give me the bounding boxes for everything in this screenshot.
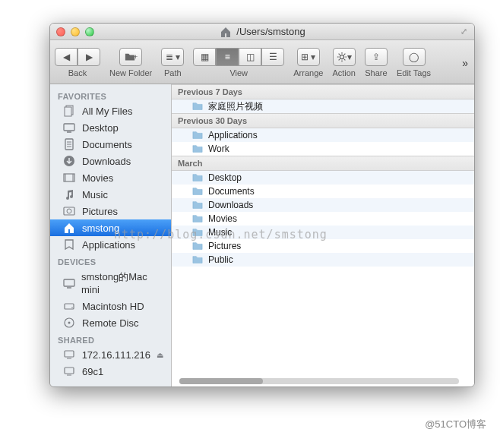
folder-icon [191, 144, 204, 154]
sidebar-item-69c1[interactable]: 69c1 [50, 363, 171, 380]
sidebar-item-smstong[interactable]: smstong [50, 219, 171, 236]
sidebar-item-label: Desktop [82, 122, 119, 134]
close-button[interactable] [56, 27, 65, 36]
sidebar-item-remote-disc[interactable]: Remote Disc [50, 314, 171, 331]
sidebar-item-movies[interactable]: Movies [50, 169, 171, 186]
toolbar-overflow-icon[interactable]: » [462, 57, 470, 69]
share-button[interactable]: ⇪ [365, 48, 388, 66]
sidebar-item-label: Macintosh HD [82, 301, 144, 312]
sidebar-section-header: SHARED [50, 331, 171, 346]
folder-icon [191, 227, 204, 238]
share-label: Share [365, 68, 387, 77]
file-row[interactable]: Movies [172, 212, 474, 226]
arrange-label: Arrange [293, 68, 323, 77]
group-header: Previous 30 Days [172, 113, 474, 128]
eject-icon[interactable]: ⏏ [157, 351, 163, 359]
file-name: Public [208, 254, 233, 265]
sidebar-item-smstong-mac-mini[interactable]: smstong的Mac mini [50, 268, 171, 298]
file-list: Previous 7 Days家庭照片视频Previous 30 DaysApp… [172, 84, 474, 386]
sidebar-item-macintosh-hd[interactable]: Macintosh HD [50, 298, 171, 314]
horizontal-scrollbar[interactable] [179, 378, 459, 384]
folder-icon [191, 130, 204, 140]
edit-tags-button[interactable]: ◯ [403, 48, 426, 66]
folder-icon [191, 213, 204, 224]
file-row[interactable]: Public [172, 253, 474, 267]
titlebar[interactable]: /Users/smstong ⤢ [50, 24, 474, 40]
pictures-icon [62, 205, 76, 217]
folder-icon [191, 241, 204, 251]
sidebar-item-downloads[interactable]: Downloads [50, 153, 171, 169]
action-label: Action [332, 68, 356, 77]
arrange-button[interactable]: ⊞ ▾ [297, 48, 320, 66]
window-title: /Users/smstong [50, 26, 474, 38]
group-header: Previous 7 Days [172, 84, 474, 99]
fullscreen-icon[interactable]: ⤢ [460, 27, 470, 36]
zoom-button[interactable] [85, 27, 94, 36]
forward-button[interactable]: ▶ [78, 48, 100, 66]
server-icon [62, 349, 76, 361]
folder-icon [191, 200, 204, 210]
file-name: Movies [208, 213, 237, 224]
folder-icon [191, 186, 204, 197]
file-name: Downloads [208, 200, 253, 210]
file-row[interactable]: Documents [172, 185, 474, 198]
sidebar-item-label: smstong的Mac mini [81, 270, 163, 295]
sidebar-item-documents[interactable]: Documents [50, 136, 171, 153]
path-button[interactable]: ≣ ▾ [161, 48, 184, 66]
file-row[interactable]: Desktop [172, 171, 474, 185]
sidebar-item-label: Remote Disc [82, 317, 138, 329]
sidebar-item-pictures[interactable]: Pictures [50, 203, 171, 219]
scrollbar-thumb[interactable] [179, 378, 263, 384]
sidebar-section-header: FAVORITES [50, 87, 171, 103]
sidebar-item-172-16-111-216[interactable]: 172.16.111.216⏏ [50, 346, 171, 363]
file-name: Work [208, 144, 229, 154]
music-icon [62, 188, 76, 200]
file-row[interactable]: Music [172, 226, 474, 239]
new-folder-button[interactable]: + [119, 48, 142, 66]
sidebar-item-label: 69c1 [82, 366, 103, 377]
sidebar-item-label: Applications [82, 239, 135, 251]
file-row[interactable]: Downloads [172, 198, 474, 212]
back-button[interactable]: ◀ [55, 48, 78, 66]
path-label: Path [164, 68, 182, 77]
sidebar-item-label: All My Files [82, 106, 132, 117]
home-icon [62, 222, 76, 234]
sidebar-item-all-my-files[interactable]: All My Files [50, 103, 171, 119]
sidebar: FAVORITESAll My FilesDesktopDocumentsDow… [50, 84, 172, 386]
credit-text: @51CTO博客 [425, 418, 486, 431]
documents-icon [62, 138, 76, 150]
file-row[interactable]: Applications [172, 128, 474, 142]
view-list-button[interactable]: ≡ [216, 48, 239, 66]
view-label: View [229, 68, 248, 77]
applications-icon [62, 238, 76, 251]
file-name: Pictures [208, 241, 241, 251]
home-icon [219, 26, 233, 38]
file-name: Applications [208, 130, 258, 140]
view-icon-button[interactable]: ▦ [193, 48, 216, 66]
minimize-button[interactable] [71, 27, 80, 36]
sidebar-item-label: smstong [82, 222, 119, 234]
sidebar-item-applications[interactable]: Applications [50, 236, 171, 253]
hdd-icon [62, 300, 76, 312]
group-header: March [172, 156, 474, 171]
sidebar-section-header: DEVICES [50, 253, 171, 268]
sidebar-item-music[interactable]: Music [50, 186, 171, 203]
server-icon [62, 365, 76, 377]
file-row[interactable]: Work [172, 142, 474, 156]
file-name: Documents [208, 186, 255, 197]
folder-icon [191, 101, 204, 112]
sidebar-item-label: 172.16.111.216 [82, 349, 150, 361]
back-label: Back [68, 68, 87, 77]
action-button[interactable]: ▾ [333, 48, 356, 66]
file-row[interactable]: 家庭照片视频 [172, 99, 474, 113]
file-row[interactable]: Pictures [172, 239, 474, 253]
file-name: Desktop [208, 172, 242, 183]
view-column-button[interactable]: ◫ [239, 48, 261, 66]
sidebar-item-desktop[interactable]: Desktop [50, 119, 171, 136]
movies-icon [62, 172, 76, 184]
sidebar-item-label: Downloads [82, 156, 131, 167]
sidebar-item-label: Pictures [82, 206, 118, 217]
newfolder-label: New Folder [109, 68, 152, 77]
view-coverflow-button[interactable]: ☰ [261, 48, 284, 66]
window-controls [56, 27, 94, 36]
